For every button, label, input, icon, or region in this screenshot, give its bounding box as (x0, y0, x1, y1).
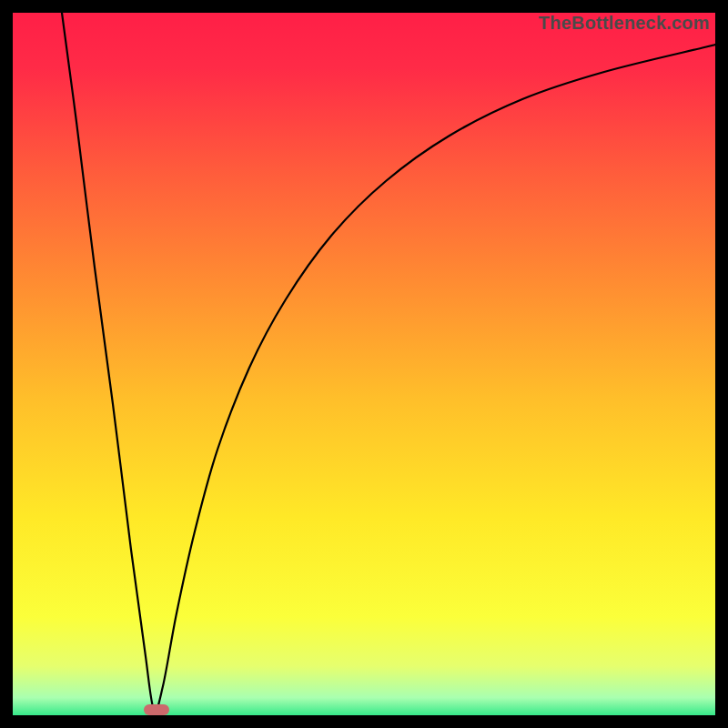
bottleneck-curve (13, 13, 715, 715)
plot-frame: TheBottleneck.com (13, 13, 715, 715)
watermark-text: TheBottleneck.com (539, 13, 710, 34)
min-marker (144, 704, 169, 715)
